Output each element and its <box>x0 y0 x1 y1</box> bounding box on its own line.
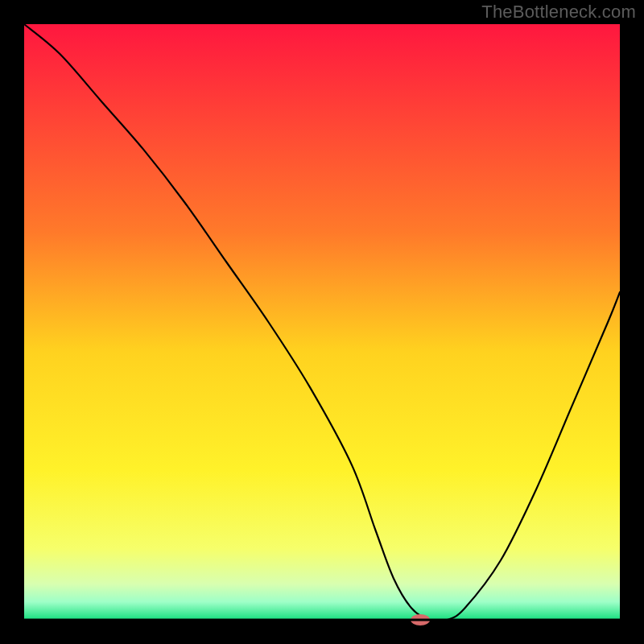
chart-frame: TheBottleneck.com <box>0 0 644 644</box>
bottleneck-chart <box>0 0 644 644</box>
watermark-text: TheBottleneck.com <box>481 2 636 23</box>
gradient-background <box>24 24 620 620</box>
